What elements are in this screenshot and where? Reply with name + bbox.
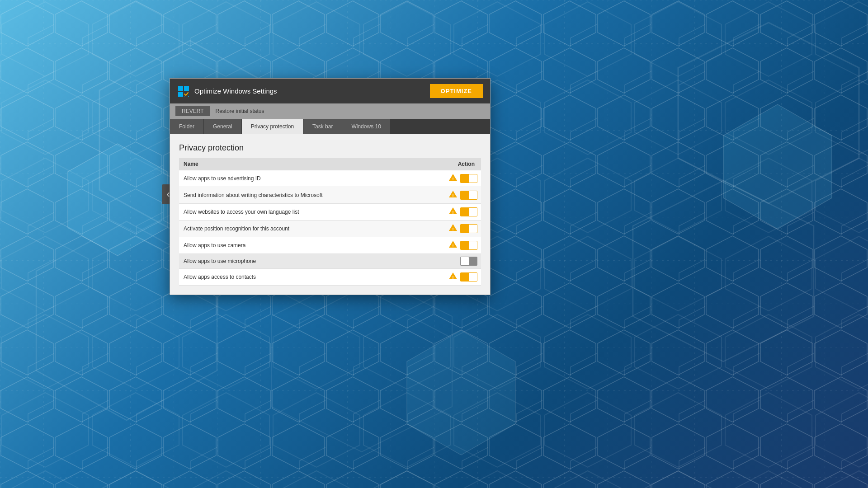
warning-icon: ! [448, 206, 458, 217]
toggle-switch[interactable] [460, 207, 477, 216]
toggle-knob [469, 225, 477, 233]
toggle-knob [469, 273, 477, 281]
svg-text:!: ! [453, 193, 454, 198]
tab-privacy[interactable]: Privacy protection [242, 119, 303, 134]
table-row: Activate position recognition for this a… [179, 221, 481, 237]
row-action-cell [422, 254, 481, 269]
toggle-switch[interactable] [460, 241, 477, 250]
row-name-cell: Allow apps to use microphone [179, 254, 422, 269]
row-action-cell: ! [422, 237, 481, 254]
app-icon [177, 85, 190, 98]
svg-rect-17 [184, 86, 189, 91]
tab-taskbar[interactable]: Task bar [303, 119, 342, 134]
titlebar: Optimize Windows Settings OPTIMIZE [170, 79, 490, 103]
tabbar: Folder General Privacy protection Task b… [170, 119, 490, 134]
row-action-cell: ! [422, 187, 481, 204]
toggle-switch[interactable] [460, 272, 477, 282]
table-header-row: Name Action [179, 158, 481, 170]
tab-folder[interactable]: Folder [170, 119, 204, 134]
row-action-cell: ! [422, 221, 481, 237]
col-header-name: Name [179, 158, 422, 170]
warning-icon: ! [448, 223, 458, 234]
row-name-cell: Allow apps to use advertising ID [179, 170, 422, 187]
svg-text:!: ! [453, 210, 454, 215]
tab-windows10[interactable]: Windows 10 [342, 119, 390, 134]
tab-general[interactable]: General [204, 119, 242, 134]
row-name-cell: Allow websites to access your own langua… [179, 204, 422, 221]
row-name-cell: Activate position recognition for this a… [179, 221, 422, 237]
table-row: Allow apps to use camera ! [179, 237, 481, 254]
svg-text:!: ! [453, 227, 454, 231]
toggle-knob [469, 191, 477, 199]
window-title: Optimize Windows Settings [194, 87, 277, 95]
toggle-switch[interactable] [460, 224, 477, 233]
svg-text:!: ! [453, 244, 454, 248]
table-row: Allow apps to use advertising ID ! [179, 170, 481, 187]
row-name-cell: Send information about writing character… [179, 187, 422, 204]
toggle-knob [469, 241, 477, 249]
toggle-switch[interactable] [460, 174, 477, 183]
table-row: Allow apps access to contacts ! [179, 269, 481, 286]
content-area: Privacy protection Name Action Allow app… [170, 134, 490, 295]
svg-text:!: ! [453, 177, 454, 181]
warning-icon: ! [448, 173, 458, 184]
section-title: Privacy protection [179, 143, 481, 153]
titlebar-left: Optimize Windows Settings [177, 85, 277, 98]
warning-icon: ! [448, 240, 458, 251]
table-row: Send information about writing character… [179, 187, 481, 204]
svg-rect-16 [178, 86, 183, 91]
row-action-cell: ! [422, 170, 481, 187]
row-name-cell: Allow apps to use camera [179, 237, 422, 254]
toggle-switch[interactable] [460, 257, 477, 266]
restore-label: Restore initial status [215, 108, 264, 114]
toggle-knob [461, 257, 469, 265]
row-action-cell: ! [422, 204, 481, 221]
toggle-knob [469, 174, 477, 183]
row-action-cell: ! [422, 269, 481, 286]
svg-text:!: ! [453, 275, 454, 280]
revert-bar: REVERT Restore initial status [170, 103, 490, 119]
col-header-action: Action [422, 158, 481, 170]
table-row: Allow websites to access your own langua… [179, 204, 481, 221]
toggle-knob [469, 208, 477, 216]
revert-button[interactable]: REVERT [175, 106, 210, 116]
settings-table: Name Action Allow apps to use advertisin… [179, 158, 481, 286]
table-row: Allow apps to use microphone [179, 254, 481, 269]
warning-icon: ! [448, 190, 458, 201]
toggle-switch[interactable] [460, 191, 477, 200]
main-window: Optimize Windows Settings OPTIMIZE REVER… [170, 78, 491, 295]
svg-rect-18 [178, 92, 183, 97]
warning-icon: ! [448, 272, 458, 282]
optimize-button[interactable]: OPTIMIZE [430, 84, 483, 98]
row-name-cell: Allow apps access to contacts [179, 269, 422, 286]
